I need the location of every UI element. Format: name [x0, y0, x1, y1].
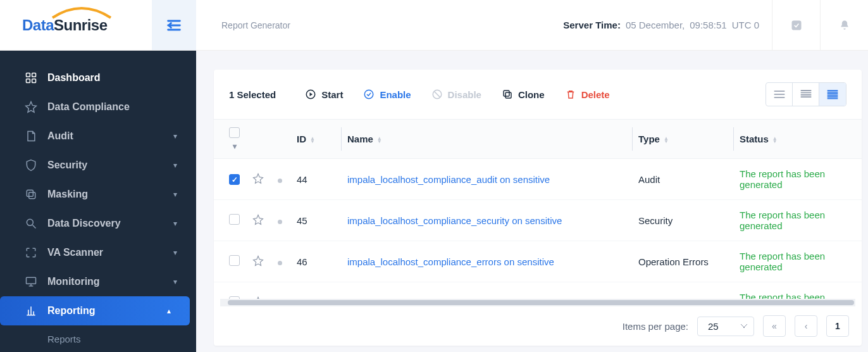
- sidebar-item-label: VA Scanner: [47, 247, 173, 258]
- clone-label: Clone: [518, 89, 545, 100]
- svg-rect-13: [505, 92, 511, 98]
- list-icon: [773, 89, 786, 100]
- cell-id: 46: [290, 241, 341, 282]
- sidebar-item-label: Monitoring: [47, 276, 173, 287]
- favorite-star-icon[interactable]: [252, 217, 264, 227]
- sort-icon: ▲▼: [772, 137, 778, 143]
- cell-status: The report has been generated: [740, 168, 825, 190]
- sidebar-item-masking[interactable]: Masking ▾: [0, 180, 196, 209]
- server-time-label: Server Time:: [563, 20, 621, 30]
- start-label: Start: [321, 89, 343, 100]
- sort-icon: ▲▼: [310, 137, 315, 143]
- sidebar-item-label: Data Discovery: [47, 218, 173, 229]
- column-id[interactable]: ID▲▼: [290, 120, 341, 159]
- report-name-link[interactable]: impala_localhost_compliance_errors on se…: [347, 256, 554, 267]
- toolbar: 1 Selected Start Enable Disable Clone: [214, 70, 862, 120]
- copy-icon: [22, 188, 40, 201]
- svg-rect-4: [32, 79, 36, 83]
- sidebar-item-label: Data Compliance: [47, 101, 177, 113]
- page-number-button[interactable]: 1: [826, 315, 849, 337]
- page-size-select[interactable]: 25: [697, 317, 754, 336]
- trash-icon: [565, 89, 576, 100]
- chevron-up-icon: ▴: [167, 306, 171, 315]
- prev-page-button[interactable]: ‹: [795, 315, 817, 337]
- report-name-link[interactable]: impala_localhost_compliance_audit on sen…: [347, 174, 550, 185]
- svg-rect-8: [27, 277, 36, 284]
- check-circle-icon: [363, 89, 375, 100]
- start-button[interactable]: Start: [295, 85, 353, 104]
- column-status[interactable]: Status▲▼: [733, 120, 862, 159]
- dashboard-icon: [22, 72, 40, 84]
- sidebar-item-dashboard[interactable]: Dashboard: [0, 63, 196, 92]
- enable-button[interactable]: Enable: [353, 85, 421, 104]
- favorite-star-icon[interactable]: [252, 175, 264, 186]
- notifications-button[interactable]: [820, 0, 868, 51]
- select-all-checkbox[interactable]: [229, 127, 240, 138]
- cell-type: System Events: [632, 282, 733, 299]
- cell-id: 44: [290, 159, 341, 200]
- dense-icon: [826, 89, 839, 100]
- expand-header-icon[interactable]: ▾: [233, 142, 237, 151]
- column-name[interactable]: Name▲▼: [341, 120, 632, 159]
- sidebar-toggle-button[interactable]: [152, 0, 196, 50]
- table-row[interactable]: 47 impala_localhost_compliance_sysevents…: [214, 282, 862, 299]
- chevron-down-icon: ▾: [173, 277, 177, 286]
- sidebar-item-monitoring[interactable]: Monitoring ▾: [0, 267, 196, 296]
- sidebar-item-discovery[interactable]: Data Discovery ▾: [0, 209, 196, 238]
- chevron-down-icon: ▾: [173, 248, 177, 257]
- topbar-actions: [772, 0, 868, 50]
- sidebar-item-audit[interactable]: Audit ▾: [0, 122, 196, 151]
- clone-icon: [502, 89, 513, 100]
- table-row[interactable]: 45 impala_localhost_compliance_security …: [214, 200, 862, 241]
- svg-rect-12: [504, 91, 509, 96]
- sidebar-item-label: Security: [47, 160, 173, 171]
- sidebar-subitem-reports[interactable]: Reports: [0, 325, 196, 352]
- column-type[interactable]: Type▲▼: [632, 120, 733, 159]
- pager: Items per page: 25 « ‹ 1: [214, 306, 862, 346]
- disable-label: Disable: [448, 89, 481, 100]
- status-check-button[interactable]: [772, 0, 820, 51]
- cell-type: Security: [632, 200, 733, 241]
- report-name-link[interactable]: impala_localhost_compliance_security on …: [347, 215, 562, 226]
- server-time-date: 05 December,: [626, 20, 685, 30]
- view-dense-button[interactable]: [819, 83, 846, 106]
- server-time: Server Time: 05 December, 09:58:51 UTC 0: [563, 0, 772, 50]
- sidebar-item-compliance[interactable]: Data Compliance: [0, 92, 196, 122]
- sort-icon: ▲▼: [664, 137, 669, 143]
- delete-label: Delete: [581, 89, 610, 100]
- horizontal-scrollbar[interactable]: [220, 299, 855, 306]
- row-checkbox[interactable]: [229, 214, 240, 225]
- delete-button[interactable]: Delete: [555, 85, 620, 104]
- sidebar-subitem-label: Reports: [47, 334, 81, 344]
- logo[interactable]: DataSunrise: [0, 0, 152, 50]
- table-row[interactable]: 44 impala_localhost_compliance_audit on …: [214, 159, 862, 200]
- view-list-button[interactable]: [766, 83, 793, 106]
- svg-rect-3: [27, 79, 30, 83]
- sidebar-item-va-scanner[interactable]: VA Scanner ▾: [0, 238, 196, 267]
- view-table-button[interactable]: [793, 83, 819, 106]
- status-dot-icon: [278, 220, 282, 224]
- enable-label: Enable: [380, 89, 411, 100]
- chevron-down-icon: ▾: [173, 219, 177, 228]
- row-checkbox[interactable]: [229, 255, 240, 266]
- selection-count: 1 Selected: [229, 89, 276, 100]
- row-checkbox[interactable]: [229, 174, 240, 185]
- cell-status: The report has been generated: [740, 251, 825, 272]
- monitor-icon: [22, 275, 40, 288]
- table-icon: [800, 89, 812, 100]
- first-page-button[interactable]: «: [763, 315, 786, 337]
- topbar: DataSunrise Report Generator Server Time…: [0, 0, 868, 51]
- play-icon: [305, 89, 316, 100]
- search-icon: [22, 217, 40, 230]
- file-icon: [22, 130, 40, 142]
- table-row[interactable]: 46 impala_localhost_compliance_errors on…: [214, 241, 862, 282]
- table: ▾ ID▲▼ Name▲▼ Type▲▼ Status▲▼ 44 impala_…: [214, 120, 862, 299]
- clone-button[interactable]: Clone: [492, 85, 555, 104]
- sidebar-item-reporting[interactable]: Reporting ▴: [0, 296, 190, 325]
- menu-collapse-icon: [165, 16, 183, 34]
- favorite-star-icon[interactable]: [252, 258, 264, 268]
- sidebar-item-security[interactable]: Security ▾: [0, 151, 196, 180]
- check-badge-icon: [790, 19, 803, 32]
- view-switcher: [766, 82, 846, 106]
- table-header-row: ▾ ID▲▼ Name▲▼ Type▲▼ Status▲▼: [214, 120, 862, 159]
